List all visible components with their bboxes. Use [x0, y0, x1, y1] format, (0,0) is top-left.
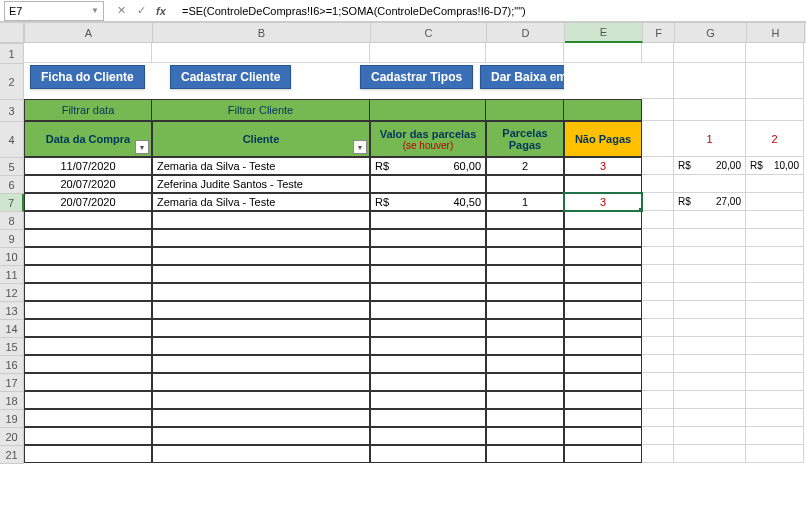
col-header-B[interactable]: B	[153, 23, 371, 43]
cell-G15[interactable]	[674, 337, 746, 355]
cell-E16[interactable]	[564, 355, 642, 373]
cell-valor[interactable]: R$40,50	[370, 193, 486, 211]
cell-nao-pagas[interactable]: 3	[564, 157, 642, 175]
cell-G13[interactable]	[674, 301, 746, 319]
cell-H2[interactable]	[746, 63, 804, 99]
cell-D1[interactable]	[486, 43, 564, 63]
row-header-11[interactable]: 11	[0, 266, 24, 284]
cell-F5[interactable]	[642, 157, 674, 175]
cell-B12[interactable]	[152, 283, 370, 301]
cell-B1[interactable]	[152, 43, 370, 63]
cell-G8[interactable]	[674, 211, 746, 229]
cell-F14[interactable]	[642, 319, 674, 337]
col-header-A[interactable]: A	[25, 23, 153, 43]
col-header-H[interactable]: H	[747, 23, 805, 43]
ficha-cliente-button[interactable]: Ficha do Cliente	[30, 65, 145, 89]
cell-H15[interactable]	[746, 337, 804, 355]
cell-D16[interactable]	[486, 355, 564, 373]
cell-C9[interactable]	[370, 229, 486, 247]
cell-F17[interactable]	[642, 373, 674, 391]
cell-B2[interactable]: Cadastrar Cliente	[152, 63, 370, 99]
col-header-D[interactable]: D	[487, 23, 565, 43]
cell-D15[interactable]	[486, 337, 564, 355]
header-nao-pagas[interactable]: Não Pagas	[564, 121, 642, 157]
cell-D20[interactable]	[486, 427, 564, 445]
header-cliente[interactable]: Cliente ▼	[152, 121, 370, 157]
cancel-icon[interactable]: ✕	[112, 2, 130, 20]
row-header-2[interactable]: 2	[0, 64, 24, 100]
cell-B13[interactable]	[152, 301, 370, 319]
cell-cliente[interactable]: Zemaria da Silva - Teste	[152, 193, 370, 211]
col-header-C[interactable]: C	[371, 23, 487, 43]
cell-B18[interactable]	[152, 391, 370, 409]
cell-A11[interactable]	[24, 265, 152, 283]
cell-H5[interactable]: R$10,00	[746, 157, 804, 175]
cell-B17[interactable]	[152, 373, 370, 391]
cell-F21[interactable]	[642, 445, 674, 463]
cell-F8[interactable]	[642, 211, 674, 229]
cell-H11[interactable]	[746, 265, 804, 283]
cadastrar-cliente-button[interactable]: Cadastrar Cliente	[170, 65, 291, 89]
cell-E1[interactable]	[564, 43, 642, 63]
cell-pagas[interactable]: 2	[486, 157, 564, 175]
cell-A14[interactable]	[24, 319, 152, 337]
header-data-compra[interactable]: Data da Compra ▼	[24, 121, 152, 157]
row-header-6[interactable]: 6	[0, 176, 24, 194]
cell-B8[interactable]	[152, 211, 370, 229]
cell-D19[interactable]	[486, 409, 564, 427]
cell-H18[interactable]	[746, 391, 804, 409]
col-header-G[interactable]: G	[675, 23, 747, 43]
cell-A2[interactable]: Ficha do Cliente	[24, 63, 152, 99]
cell-C1[interactable]	[370, 43, 486, 63]
cell-C19[interactable]	[370, 409, 486, 427]
cell-G11[interactable]	[674, 265, 746, 283]
cell-H20[interactable]	[746, 427, 804, 445]
cell-H16[interactable]	[746, 355, 804, 373]
cell-G10[interactable]	[674, 247, 746, 265]
row-header-14[interactable]: 14	[0, 320, 24, 338]
cell-F1[interactable]	[642, 43, 674, 63]
cell-G12[interactable]	[674, 283, 746, 301]
cell-H6[interactable]	[746, 175, 804, 193]
row-header-8[interactable]: 8	[0, 212, 24, 230]
cell-D21[interactable]	[486, 445, 564, 463]
name-box[interactable]: E7 ▼	[4, 1, 104, 21]
cell-C13[interactable]	[370, 301, 486, 319]
cell-C17[interactable]	[370, 373, 486, 391]
fx-icon[interactable]: fx	[152, 2, 170, 20]
cell-E14[interactable]	[564, 319, 642, 337]
cell-E18[interactable]	[564, 391, 642, 409]
cell-A21[interactable]	[24, 445, 152, 463]
cell-F10[interactable]	[642, 247, 674, 265]
cell-B11[interactable]	[152, 265, 370, 283]
row-header-16[interactable]: 16	[0, 356, 24, 374]
fill-handle[interactable]	[638, 207, 642, 211]
cell-A12[interactable]	[24, 283, 152, 301]
cell-data[interactable]: 20/07/2020	[24, 175, 152, 193]
cell-D10[interactable]	[486, 247, 564, 265]
cell-H17[interactable]	[746, 373, 804, 391]
cell-D18[interactable]	[486, 391, 564, 409]
row-header-12[interactable]: 12	[0, 284, 24, 302]
cell-D11[interactable]	[486, 265, 564, 283]
cell-C18[interactable]	[370, 391, 486, 409]
cell-H10[interactable]	[746, 247, 804, 265]
row-header-19[interactable]: 19	[0, 410, 24, 428]
filter-cliente[interactable]: Filtrar Cliente	[152, 99, 370, 121]
cell-D8[interactable]	[486, 211, 564, 229]
cell-H13[interactable]	[746, 301, 804, 319]
cadastrar-tipos-button[interactable]: Cadastrar Tipos	[360, 65, 473, 89]
cell-E12[interactable]	[564, 283, 642, 301]
cell-data[interactable]: 11/07/2020	[24, 157, 152, 175]
cell-G14[interactable]	[674, 319, 746, 337]
chevron-down-icon[interactable]: ▼	[91, 6, 99, 15]
cell-E17[interactable]	[564, 373, 642, 391]
cell-F13[interactable]	[642, 301, 674, 319]
row-header-15[interactable]: 15	[0, 338, 24, 356]
cell-B21[interactable]	[152, 445, 370, 463]
cell-H14[interactable]	[746, 319, 804, 337]
header-col-2[interactable]: 2	[746, 121, 804, 157]
cell-nao-pagas[interactable]	[564, 175, 642, 193]
row-header-18[interactable]: 18	[0, 392, 24, 410]
cell-A9[interactable]	[24, 229, 152, 247]
